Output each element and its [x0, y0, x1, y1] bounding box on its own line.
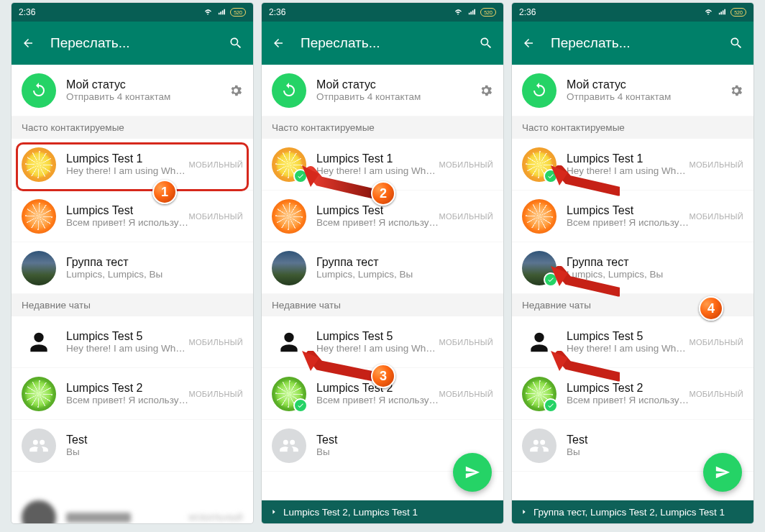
section-frequent: Часто контактируемые	[512, 116, 753, 139]
avatar-group	[272, 251, 306, 285]
contact-sub: Hey there! I am using WhatsApp.	[66, 343, 188, 354]
contact-meta: МОБИЛЬНЫЙ	[439, 338, 493, 347]
contact-row-lt1[interactable]: Lumpics Test 1 Hey there! I am using Wha…	[512, 139, 753, 191]
my-status-row[interactable]: Мой статус Отправить 4 контактам	[262, 65, 503, 116]
contact-meta: МОБИЛЬНЫЙ	[188, 390, 243, 398]
contact-meta: МОБИЛЬНЫЙ	[689, 160, 743, 169]
contact-meta: МОБИЛЬНЫЙ	[188, 160, 243, 169]
status-title: Мой статус	[316, 78, 479, 91]
contact-name	[66, 513, 131, 523]
status-subtitle: Отправить 4 контактам	[316, 91, 479, 102]
contact-row-group[interactable]: Группа тест Lumpics, Lumpics, Вы	[12, 242, 253, 294]
status-bar: 2:36 520	[262, 3, 503, 22]
contact-sub: Всем привет! Я использую WhatsApp.	[567, 395, 689, 405]
marker-2: 2	[371, 181, 395, 206]
selection-footer: Группа тест, Lumpics Test 2, Lumpics Tes…	[512, 500, 753, 523]
contact-name: Lumpics Test	[567, 204, 689, 217]
my-status-row[interactable]: Мой статус Отправить 4 контактам	[512, 65, 753, 116]
toolbar: Переслать...	[262, 22, 503, 65]
selection-list: Группа тест, Lumpics Test 2, Lumpics Tes…	[533, 507, 725, 518]
status-bar: 2:36 520	[12, 3, 253, 22]
marker-1: 1	[152, 180, 177, 204]
contact-row-group[interactable]: Группа тест Lumpics, Lumpics, Вы	[512, 242, 753, 294]
avatar-lt5	[22, 325, 56, 359]
status-avatar-icon	[272, 73, 306, 108]
toolbar-title: Переслать...	[50, 35, 213, 51]
contact-sub: Всем привет! Я использую WhatsApp.	[316, 217, 439, 228]
search-icon[interactable]	[729, 36, 743, 50]
send-icon	[464, 464, 480, 480]
clock: 2:36	[269, 7, 285, 17]
contact-row-lt5[interactable]: Lumpics Test 5 Hey there! I am using Wha…	[262, 316, 503, 368]
contact-name: Test	[316, 434, 493, 446]
contact-row-lt2[interactable]: Lumpics Test 2 Всем привет! Я использую …	[12, 368, 253, 420]
avatar-lt	[22, 199, 56, 234]
status-avatar-icon	[522, 73, 556, 108]
contact-sub: Всем привет! Я использую WhatsApp.	[66, 395, 188, 405]
contact-sub: Hey there! I am using WhatsApp.	[316, 343, 439, 354]
phone-screen-2: 2:36 520 Переслать... Мой статус Отправи…	[262, 3, 503, 523]
contact-row-group[interactable]: Группа тест Lumpics, Lumpics, Вы	[262, 242, 503, 294]
contact-name: Lumpics Test 2	[567, 382, 689, 395]
contact-name: Test	[567, 434, 743, 446]
toolbar-title: Переслать...	[551, 35, 713, 51]
contact-sub: Hey there! I am using WhatsApp.	[316, 165, 439, 176]
contact-name: Группа тест	[316, 256, 493, 269]
back-icon[interactable]	[522, 37, 535, 50]
battery-icon: 520	[230, 8, 246, 17]
avatar-test	[272, 428, 306, 463]
selected-check-icon	[544, 398, 558, 413]
contact-row-lt[interactable]: Lumpics Test Всем привет! Я использую Wh…	[512, 191, 753, 242]
signal-icon	[717, 9, 727, 16]
avatar-lt	[272, 199, 306, 234]
section-frequent: Часто контактируемые	[12, 116, 253, 139]
contact-sub: Hey there! I am using WhatsApp.	[66, 165, 188, 176]
avatar-group	[22, 251, 56, 285]
contact-list: Мой статус Отправить 4 контактам Часто к…	[262, 65, 503, 523]
battery-icon: 520	[480, 8, 496, 17]
contact-name: Lumpics Test 2	[66, 382, 188, 395]
toolbar: Переслать...	[512, 22, 753, 65]
contact-row-lt[interactable]: Lumpics Test Всем привет! Я использую Wh…	[12, 191, 253, 242]
contact-meta: МОБИЛЬНЫЙ	[689, 338, 743, 347]
contact-name: Lumpics Test 5	[66, 330, 188, 343]
avatar-lt	[522, 199, 556, 234]
status-bar: 2:36 520	[512, 3, 753, 22]
avatar-lt1	[22, 147, 56, 182]
my-status-row[interactable]: Мой статус Отправить 4 контактам	[12, 65, 253, 116]
send-fab[interactable]	[703, 453, 742, 492]
send-fab[interactable]	[453, 453, 492, 492]
search-icon[interactable]	[229, 36, 243, 50]
contact-row-lt1[interactable]: Lumpics Test 1 Hey there! I am using Wha…	[12, 139, 253, 191]
contact-list: Мой статус Отправить 4 контактам Часто к…	[512, 65, 753, 523]
battery-icon: 520	[730, 8, 746, 17]
avatar-test	[522, 428, 556, 463]
contact-row-lt5[interactable]: Lumpics Test 5 Hey there! I am using Wha…	[12, 316, 253, 368]
avatar-blur	[22, 500, 56, 524]
selected-check-icon	[293, 398, 308, 413]
marker-4: 4	[699, 296, 723, 321]
section-recent: Недавние чаты	[262, 294, 503, 316]
gear-icon[interactable]	[729, 83, 743, 98]
contact-name: Группа тест	[66, 256, 243, 269]
back-icon[interactable]	[272, 37, 285, 50]
search-icon[interactable]	[479, 36, 493, 50]
marker-3: 3	[371, 364, 395, 388]
wifi-icon	[703, 9, 713, 16]
wifi-icon	[203, 9, 213, 16]
signal-icon	[216, 9, 226, 16]
back-icon[interactable]	[22, 37, 35, 50]
gear-icon[interactable]	[479, 83, 493, 98]
contact-list: Мой статус Отправить 4 контактам Часто к…	[12, 65, 253, 523]
contact-row-blurred: МОБИЛЬНЫЙ	[12, 492, 253, 523]
contact-row-test[interactable]: Test Вы	[12, 420, 253, 472]
selection-footer: Lumpics Test 2, Lumpics Test 1	[262, 500, 503, 523]
clock: 2:36	[519, 7, 536, 17]
contact-name: Test	[66, 434, 243, 446]
contact-row-lt5[interactable]: Lumpics Test 5 Hey there! I am using Wha…	[512, 316, 753, 368]
contact-meta: МОБИЛЬНЫЙ	[188, 338, 243, 347]
contact-row-lt2[interactable]: Lumpics Test 2 Всем привет! Я использую …	[512, 368, 753, 420]
status-title: Мой статус	[567, 78, 729, 91]
chevron-right-icon	[521, 508, 528, 515]
gear-icon[interactable]	[229, 83, 243, 98]
